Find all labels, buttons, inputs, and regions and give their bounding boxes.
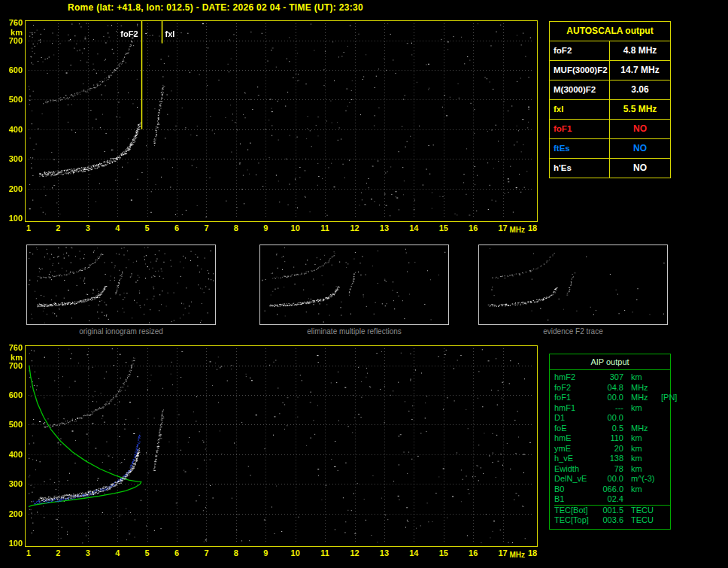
- aip-row-label: foE: [554, 424, 598, 434]
- autoscala-row: MUF(3000)F214.7 MHz: [550, 60, 670, 80]
- aip-row-unit: MHz: [623, 383, 658, 393]
- aip-row-extra: [658, 424, 670, 434]
- aip-row: foF100.0MHz[PN]: [554, 393, 670, 403]
- autoscala-row: foF24.8 MHz: [550, 41, 670, 60]
- aip-row-extra: [658, 494, 670, 505]
- x-axis-tick-label: 6: [168, 223, 186, 233]
- aip-output-panel: AIP output hmF2307kmfoF204.8MHzfoF100.0M…: [549, 354, 671, 530]
- aip-row-value: 003.6: [598, 515, 623, 526]
- x-axis-tick-label: 16: [464, 548, 482, 558]
- x-axis-tick-label: 15: [435, 548, 453, 558]
- x-axis-tick-label: 7: [197, 223, 215, 233]
- autoscala-row-label: M(3000)F2: [550, 80, 610, 99]
- aip-row-label: foF2: [554, 383, 598, 393]
- x-axis-tick-label: 11: [316, 548, 334, 558]
- y-axis-tick-label: 500: [0, 420, 23, 430]
- aip-row-unit: [623, 494, 658, 505]
- thumbnail-eliminate-canvas: [260, 245, 448, 324]
- y-axis-tick-label: 200: [0, 509, 23, 519]
- x-axis-tick-label: 12: [346, 223, 364, 233]
- autoscala-row-value: 3.06: [610, 80, 670, 99]
- thumbnail-evidence-f2: [478, 245, 668, 325]
- autoscala-row-label: ftEs: [550, 139, 610, 158]
- aip-row-value: 78: [598, 464, 623, 475]
- x-axis-tick-label: 13: [375, 223, 393, 233]
- y-axis-tick-label: 300: [0, 154, 23, 164]
- autoscala-row: foF1NO: [550, 119, 670, 138]
- x-axis-tick-label: 6: [168, 548, 186, 558]
- x-axis-tick-label: 1: [20, 548, 38, 558]
- aip-row-extra: [658, 515, 670, 526]
- x-axis-unit-label: MHz: [501, 226, 525, 235]
- autoscala-row-label: fxl: [550, 100, 610, 119]
- restored-ionogram-canvas: [26, 346, 535, 545]
- x-axis-tick-label: 16: [464, 223, 482, 233]
- restored-ionogram-plot: [25, 345, 538, 547]
- x-axis-tick-label: 5: [138, 548, 156, 558]
- thumbnail-caption: original ionogram resized: [26, 327, 216, 336]
- x-axis-tick-label: 18: [523, 223, 541, 233]
- aip-row-unit: km: [623, 433, 658, 444]
- aip-row-unit: km: [623, 403, 658, 414]
- aip-row-value: 307: [598, 372, 623, 383]
- y-axis-unit-label: km: [0, 28, 23, 38]
- x-axis-tick-label: 1: [20, 223, 38, 233]
- aip-row-value: 001.5: [598, 506, 623, 516]
- aip-row: TEC[Top]003.6TECU: [554, 515, 670, 526]
- aip-row-label: hmF1: [554, 403, 598, 414]
- aip-row-label: D1: [554, 413, 598, 424]
- aip-row-unit: m^(-3): [623, 474, 658, 484]
- aip-row-value: ---: [598, 403, 623, 414]
- y-axis-tick-label: 100: [0, 539, 23, 548]
- x-axis-tick-label: 11: [316, 223, 334, 233]
- aip-row-extra: [658, 372, 670, 383]
- x-axis-tick-label: 3: [79, 548, 97, 558]
- aip-row-extra: [658, 506, 670, 516]
- x-axis-tick-label: 13: [375, 548, 393, 558]
- x-axis-tick-label: 4: [108, 548, 126, 558]
- autoscala-output-title: AUTOSCALA output: [550, 22, 670, 41]
- aip-row-extra: [658, 433, 670, 444]
- main-ionogram-plot: [25, 20, 538, 222]
- aip-row-value: 00.0: [598, 393, 623, 403]
- x-axis-tick-label: 18: [523, 548, 541, 558]
- thumbnail-caption: evidence F2 trace: [478, 327, 668, 336]
- aip-row: hmE110km: [554, 433, 670, 444]
- y-axis-tick-label: 400: [0, 450, 23, 460]
- aip-row-unit: km: [623, 444, 658, 454]
- aip-row-label: hmF2: [554, 372, 598, 383]
- aip-row-extra: [658, 403, 670, 414]
- aip-row-value: 138: [598, 454, 623, 464]
- station-date-time-title: Rome (lat: +41.8, lon: 012.5) - DATE: 20…: [68, 2, 363, 13]
- aip-row: hmF1---km: [554, 403, 670, 414]
- autoscala-row-label: foF2: [550, 41, 610, 60]
- autoscala-row-value: NO: [610, 139, 670, 158]
- aip-row-label: B1: [554, 494, 598, 505]
- x-axis-tick-label: 8: [227, 548, 245, 558]
- autoscala-row: fxl5.5 MHz: [550, 99, 670, 119]
- autoscala-row-label: h'Es: [550, 159, 610, 178]
- aip-row: Ewidth78km: [554, 464, 670, 475]
- aip-row-value: 110: [598, 433, 623, 444]
- aip-row: h_vE138km: [554, 454, 670, 464]
- autoscala-row: M(3000)F23.06: [550, 80, 670, 99]
- aip-row-value: 00.0: [598, 474, 623, 484]
- y-axis-tick-label: 760: [0, 18, 23, 28]
- aip-row-value: 02.4: [598, 494, 623, 505]
- thumbnail-original-canvas: [27, 245, 215, 324]
- aip-row-extra: [658, 413, 670, 424]
- aip-row: foE0.5MHz: [554, 424, 670, 434]
- aip-row: B102.4: [554, 494, 670, 505]
- x-axis-tick-label: 9: [256, 548, 275, 558]
- autoscala-window: Rome (lat: +41.8, lon: 012.5) - DATE: 20…: [0, 0, 728, 568]
- autoscala-row-label: MUF(3000)F2: [550, 61, 610, 80]
- aip-row: foF204.8MHz: [554, 383, 670, 393]
- x-axis-tick-label: 10: [287, 548, 305, 558]
- aip-row-value: 04.8: [598, 383, 623, 393]
- aip-row-extra: [PN]: [658, 393, 677, 403]
- x-axis-tick-label: 3: [79, 223, 97, 233]
- aip-output-title: AIP output: [550, 354, 670, 370]
- aip-row-unit: km: [623, 464, 658, 475]
- x-axis-tick-label: 12: [346, 548, 364, 558]
- autoscala-row-label: foF1: [550, 120, 610, 138]
